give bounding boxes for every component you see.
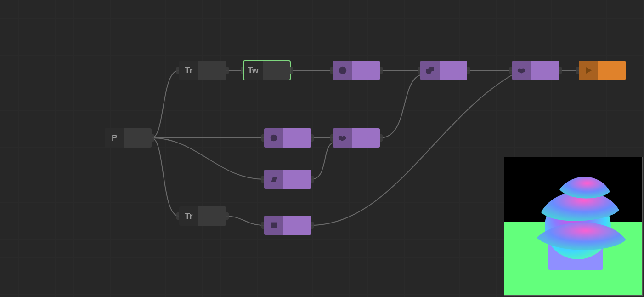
port-out[interactable] — [311, 176, 314, 183]
port-out[interactable] — [559, 67, 562, 74]
port-out[interactable] — [290, 67, 293, 74]
node-transform-1[interactable]: Tr — [179, 61, 226, 80]
port-out[interactable] — [311, 134, 314, 142]
port-out[interactable] — [380, 134, 383, 142]
port-in[interactable] — [261, 134, 264, 142]
port-in[interactable] — [330, 67, 333, 74]
node-label: Tr — [185, 66, 192, 75]
port-in[interactable] — [241, 67, 243, 74]
svg-point-1 — [341, 69, 344, 72]
port-out[interactable] — [226, 67, 229, 74]
svg-marker-6 — [271, 177, 277, 182]
port-out[interactable] — [380, 67, 383, 74]
node-smooth-union-1[interactable] — [333, 128, 380, 148]
node-sdf-plane[interactable] — [264, 170, 311, 189]
node-smooth-union-2[interactable] — [512, 61, 559, 80]
port-in[interactable] — [509, 67, 512, 74]
node-transform-2[interactable]: Tr — [179, 206, 226, 226]
node-output[interactable] — [579, 61, 626, 80]
svg-rect-3 — [429, 67, 434, 71]
node-twist[interactable]: Tw — [243, 61, 290, 80]
smooth-union-icon — [338, 133, 348, 143]
square-icon — [269, 220, 279, 230]
smooth-union-icon — [517, 65, 527, 75]
port-in[interactable] — [176, 212, 179, 220]
parallelogram-icon — [269, 174, 279, 184]
node-label: P — [112, 133, 117, 143]
play-icon — [583, 65, 593, 75]
node-graph-canvas[interactable]: P Tr Tw — [0, 0, 644, 297]
node-label: Tw — [248, 66, 259, 75]
svg-point-5 — [271, 135, 277, 142]
port-out[interactable] — [152, 134, 154, 142]
render-preview[interactable] — [504, 157, 643, 296]
svg-rect-7 — [271, 223, 277, 228]
port-in[interactable] — [418, 67, 420, 74]
port-in[interactable] — [176, 67, 179, 74]
port-in[interactable] — [576, 67, 579, 74]
node-union[interactable] — [420, 61, 467, 80]
port-in[interactable] — [261, 222, 264, 229]
node-sdf-torus[interactable] — [333, 61, 380, 80]
port-out[interactable] — [467, 67, 470, 74]
node-point-input[interactable]: P — [105, 128, 152, 148]
preview-image — [504, 157, 642, 295]
svg-marker-4 — [586, 67, 592, 74]
port-in[interactable] — [330, 134, 333, 142]
node-sdf-sphere[interactable] — [264, 128, 311, 148]
port-in[interactable] — [261, 176, 264, 183]
node-label: Tr — [185, 211, 192, 221]
circle-icon — [269, 133, 279, 143]
torus-icon — [338, 65, 348, 75]
union-icon — [425, 65, 435, 75]
port-out[interactable] — [226, 212, 229, 220]
node-sdf-box[interactable] — [264, 216, 311, 235]
port-out[interactable] — [311, 222, 314, 229]
